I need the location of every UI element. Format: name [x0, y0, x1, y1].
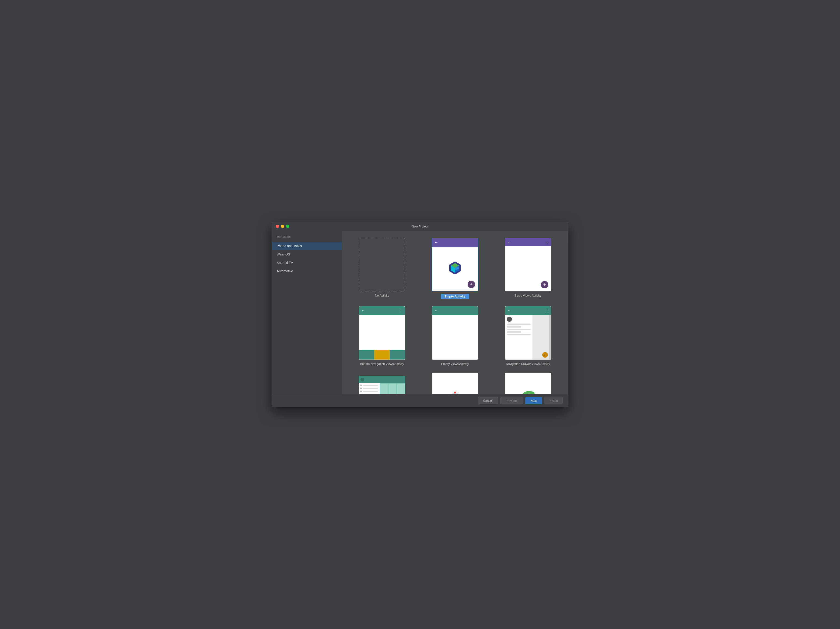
empty-views-body [432, 315, 478, 359]
drawer-panel [505, 315, 533, 359]
sidebar-item-android-tv[interactable]: Android TV [272, 259, 342, 267]
main-area: No Activity ← [342, 231, 568, 394]
empty-views-phone: ← [432, 306, 478, 359]
fab-button: + [467, 281, 475, 288]
sidebar: Templates Phone and Tablet Wear OS Andro… [272, 231, 342, 394]
rt-header-circle [360, 378, 364, 381]
close-button[interactable] [276, 225, 279, 228]
sidebar-item-phone-tablet[interactable]: Phone and Tablet [272, 242, 342, 250]
empty-activity-preview: ← [432, 238, 478, 292]
template-nav-drawer[interactable]: ← ⋮ [495, 306, 561, 366]
rt-cell3 [397, 383, 405, 394]
sidebar-item-automotive[interactable]: Automotive [272, 267, 342, 275]
basic-views-phone: ← ⋮ + [505, 238, 551, 291]
nav-drawer-label: Navigation Drawer Views Activity [506, 362, 550, 366]
back-arrow-icon: ← [434, 240, 438, 244]
phone-header-purple: ← [432, 238, 478, 247]
nav-drawer-back-icon: ← [507, 309, 511, 313]
empty-activity-phone: ← [432, 238, 478, 291]
template-native-cpp[interactable]: Native C++ [495, 373, 561, 394]
bottom-nav-body [359, 315, 405, 350]
basic-views-body: + [505, 246, 551, 291]
drawer-line4 [507, 331, 521, 333]
no-activity-label: No Activity [375, 294, 389, 297]
rt-line-text1 [363, 385, 378, 386]
bottom-nav-tab3 [390, 350, 405, 359]
content-area: Templates Phone and Tablet Wear OS Andro… [272, 231, 568, 394]
basic-views-more-icon: ⋮ [545, 240, 549, 244]
basic-views-preview: ← ⋮ + [505, 238, 551, 292]
traffic-lights [276, 225, 289, 228]
window-title: New Project [412, 225, 428, 228]
nav-drawer-header: ← ⋮ [505, 306, 551, 315]
svg-point-9 [454, 391, 456, 394]
rt-cell1 [380, 383, 388, 394]
bottom-nav-footer [359, 350, 405, 359]
rt-dot1 [360, 385, 362, 386]
drawer-scrollbar [549, 315, 551, 359]
rt-list [358, 383, 380, 394]
sidebar-item-wear-os[interactable]: Wear OS [272, 250, 342, 259]
template-empty-activity[interactable]: ← [422, 238, 488, 299]
template-bottom-nav[interactable]: ← ⋮ Bottom Navigation Views Activity [349, 306, 415, 366]
new-project-window: New Project Templates Phone and Tablet W… [272, 222, 568, 407]
template-responsive-views[interactable]: + Responsive Views Activity [349, 373, 415, 394]
drawer-fab: + [542, 352, 548, 358]
bottom-nav-tab2 [374, 350, 390, 359]
sidebar-title: Templates [272, 233, 342, 242]
bottom-nav-preview: ← ⋮ [358, 306, 405, 360]
phone-body-empty: + [432, 247, 478, 291]
rt-line-text2 [363, 388, 378, 389]
android-logo-icon [447, 261, 463, 277]
nav-drawer-preview: ← ⋮ [505, 306, 551, 360]
nav-drawer-body: + [505, 315, 551, 359]
rt-line-text3 [363, 391, 378, 392]
drawer-circle-icon [507, 317, 512, 322]
previous-button[interactable]: Previous [500, 397, 523, 404]
template-game-activity[interactable]: Game Activity [422, 373, 488, 394]
empty-views-header: ← [432, 306, 478, 315]
empty-views-back-icon: ← [434, 309, 438, 313]
cpp-logo-icon [515, 389, 541, 394]
game-activity-preview [432, 373, 478, 394]
rt-dot2 [360, 388, 362, 389]
drawer-line1 [507, 323, 531, 325]
rt-header [358, 376, 405, 383]
bottom-bar: Cancel Previous Next Finish [272, 394, 568, 407]
template-no-activity[interactable]: No Activity [349, 238, 415, 299]
rt-dot3 [360, 391, 362, 393]
templates-grid: No Activity ← [349, 238, 561, 394]
basic-views-fab: + [541, 281, 548, 288]
finish-button[interactable]: Finish [544, 397, 563, 404]
cancel-button[interactable]: Cancel [478, 397, 498, 404]
minimize-button[interactable] [281, 225, 284, 228]
drawer-line2 [507, 326, 521, 328]
bottom-nav-tab1 [359, 350, 374, 359]
nav-drawer-more-icon: ⋮ [545, 309, 549, 313]
empty-activity-label: Empty Activity [441, 294, 469, 299]
no-activity-preview [358, 238, 405, 292]
rt-list-line1 [360, 385, 378, 386]
template-empty-views[interactable]: ← Empty Views Activity [422, 306, 488, 366]
basic-views-header: ← ⋮ [505, 238, 551, 246]
rt-grid [380, 383, 405, 394]
empty-views-preview: ← [432, 306, 478, 360]
responsive-table: + [358, 376, 405, 394]
bottom-nav-more-icon: ⋮ [399, 309, 403, 313]
bottom-nav-phone: ← ⋮ [359, 306, 405, 359]
nav-drawer-phone: ← ⋮ [505, 306, 551, 359]
drawer-line3 [507, 329, 531, 330]
maximize-button[interactable] [286, 225, 289, 228]
basic-views-back-icon: ← [507, 240, 511, 244]
rt-cell2 [388, 383, 396, 394]
rt-list-line2 [360, 388, 378, 389]
template-basic-views[interactable]: ← ⋮ + Basic Views Activity [495, 238, 561, 299]
drawer-line5 [507, 334, 531, 335]
next-button[interactable]: Next [525, 397, 542, 404]
native-cpp-preview [505, 373, 551, 394]
basic-views-label: Basic Views Activity [515, 294, 542, 297]
empty-views-label: Empty Views Activity [441, 362, 469, 366]
bottom-nav-header: ← ⋮ [359, 306, 405, 315]
rt-list-line3 [360, 391, 378, 393]
game-controller-icon [442, 390, 468, 394]
